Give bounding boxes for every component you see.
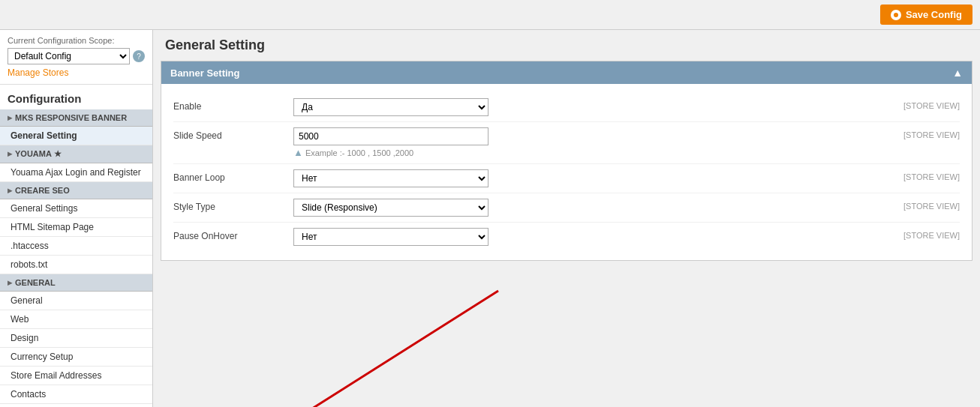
form-row-enable: EnableДаНет[STORE VIEW]: [173, 93, 960, 122]
save-config-icon: [891, 10, 901, 20]
sidebar-item-youama-ajax[interactable]: Youama Ajax Login and Register: [0, 163, 152, 182]
sidebar-section-creare-seo[interactable]: ▶CREARE SEO: [0, 182, 152, 199]
section-arrow-icon: ▶: [8, 115, 12, 121]
svg-line-1: [273, 291, 498, 407]
sidebar: Current Configuration Scope: Default Con…: [0, 30, 153, 407]
sidebar-item-general[interactable]: General: [0, 292, 152, 310]
sidebar-section-general[interactable]: ▶GENERAL: [0, 274, 152, 292]
form-select-pause-onhover[interactable]: ДаНет: [293, 228, 488, 246]
scope-help-icon[interactable]: ?: [133, 50, 145, 62]
scope-section: Current Configuration Scope: Default Con…: [0, 30, 152, 85]
sidebar-item-general-settings[interactable]: General Settings: [0, 199, 152, 218]
save-config-button[interactable]: Save Config: [880, 4, 972, 25]
form-input-slide-speed[interactable]: [293, 127, 488, 145]
sidebar-item-currency-setup[interactable]: Currency Setup: [0, 348, 152, 367]
config-heading: Configuration: [0, 85, 152, 109]
store-view-badge-slide-speed: [STORE VIEW]: [903, 127, 960, 139]
panel-body-banner-setting: EnableДаНет[STORE VIEW]Slide Speed▲Examp…: [161, 84, 972, 260]
form-label-banner-loop: Banner Loop: [173, 169, 293, 183]
sidebar-section-youama[interactable]: ▶YOUAMA ★: [0, 145, 152, 163]
panel-header-banner-setting: Banner Setting ▲: [161, 61, 972, 84]
sidebar-item-general-setting[interactable]: General Setting: [0, 127, 152, 145]
sidebar-item-html-sitemap[interactable]: HTML Sitemap Page: [0, 218, 152, 237]
sidebar-item-contacts[interactable]: Contacts: [0, 385, 152, 404]
save-config-label: Save Config: [906, 9, 962, 20]
form-row-slide-speed: Slide Speed▲Example :- 1000 , 1500 ,2000…: [173, 122, 960, 164]
store-view-badge-banner-loop: [STORE VIEW]: [903, 169, 960, 181]
form-row-pause-onhover: Pause OnHoverДаНет[STORE VIEW]: [173, 223, 960, 251]
form-control-wrap-slide-speed: ▲Example :- 1000 , 1500 ,2000: [293, 127, 891, 158]
page-title: General Setting: [153, 30, 980, 61]
panel-banner-setting: Banner Setting ▲EnableДаНет[STORE VIEW]S…: [161, 61, 972, 261]
form-label-slide-speed: Slide Speed: [173, 127, 293, 141]
arrow-annotation: [153, 268, 513, 407]
form-label-style-type: Style Type: [173, 199, 293, 212]
form-select-enable[interactable]: ДаНет: [293, 98, 488, 116]
form-label-pause-onhover: Pause OnHover: [173, 228, 293, 241]
store-view-badge-style-type: [STORE VIEW]: [903, 199, 960, 211]
form-select-style-type[interactable]: Slide (Responsive)Fade: [293, 199, 488, 217]
form-control-wrap-enable: ДаНет: [293, 98, 891, 116]
store-view-badge-enable: [STORE VIEW]: [903, 98, 960, 110]
sidebar-item-htaccess[interactable]: .htaccess: [0, 237, 152, 256]
sidebar-item-robots-txt[interactable]: robots.txt: [0, 256, 152, 274]
form-control-wrap-pause-onhover: ДаНет: [293, 228, 891, 246]
form-select-banner-loop[interactable]: ДаНет: [293, 169, 488, 187]
main-wrapper: Current Configuration Scope: Default Con…: [0, 30, 980, 407]
top-bar: Save Config: [0, 0, 980, 30]
section-arrow-icon: ▶: [8, 151, 12, 157]
main-content: General Setting Banner Setting ▲EnableДа…: [153, 30, 980, 407]
sidebar-item-store-email[interactable]: Store Email Addresses: [0, 367, 152, 385]
sidebar-item-web[interactable]: Web: [0, 310, 152, 329]
scope-select[interactable]: Default Config: [8, 48, 130, 64]
form-control-wrap-style-type: Slide (Responsive)Fade: [293, 199, 891, 217]
panel-title-banner-setting: Banner Setting: [170, 67, 239, 79]
scope-label: Current Configuration Scope:: [8, 36, 145, 45]
section-arrow-icon: ▶: [8, 187, 12, 194]
sidebar-section-mks-responsive-banner[interactable]: ▶MKS RESPONSIVE BANNER: [0, 109, 152, 127]
sidebar-item-reports[interactable]: Reports: [0, 404, 152, 407]
form-row-style-type: Style TypeSlide (Responsive)Fade[STORE V…: [173, 193, 960, 223]
manage-stores-link[interactable]: Manage Stores: [8, 67, 145, 78]
panel-collapse-btn-banner-setting[interactable]: ▲: [952, 67, 963, 79]
form-row-banner-loop: Banner LoopДаНет[STORE VIEW]: [173, 164, 960, 193]
form-control-wrap-banner-loop: ДаНет: [293, 169, 891, 187]
sidebar-sections: ▶MKS RESPONSIVE BANNERGeneral Setting▶YO…: [0, 109, 152, 407]
sidebar-item-design[interactable]: Design: [0, 329, 152, 348]
form-hint-slide-speed: ▲Example :- 1000 , 1500 ,2000: [293, 147, 891, 158]
panels-container: Banner Setting ▲EnableДаНет[STORE VIEW]S…: [153, 61, 980, 261]
form-label-enable: Enable: [173, 98, 293, 112]
scope-select-row: Default Config ?: [8, 48, 145, 64]
hint-icon-slide-speed: ▲: [293, 147, 303, 158]
store-view-badge-pause-onhover: [STORE VIEW]: [903, 228, 960, 240]
section-arrow-icon: ▶: [8, 280, 12, 286]
